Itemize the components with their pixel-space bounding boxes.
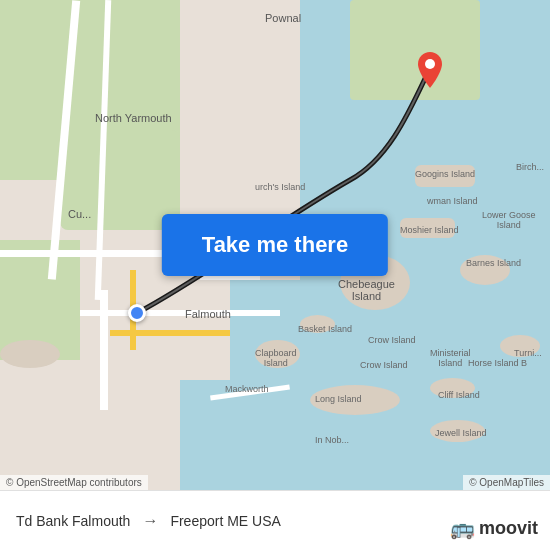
long-island-shape	[310, 385, 400, 415]
road-vert-3	[100, 290, 108, 410]
svg-point-0	[425, 59, 435, 69]
to-location: Freeport ME USA	[170, 513, 280, 529]
googins-island-shape	[415, 165, 475, 187]
road-yellow-2	[110, 330, 230, 336]
moshier-island-shape	[400, 218, 455, 238]
start-marker	[128, 304, 146, 322]
forest-west	[60, 130, 180, 230]
basket-island-shape	[300, 315, 335, 333]
end-marker	[418, 52, 442, 84]
barnes-island-shape	[460, 255, 510, 285]
road-horizontal-2	[80, 310, 280, 316]
take-me-there-button[interactable]: Take me there	[162, 214, 388, 276]
clapboard-island-shape	[255, 340, 300, 368]
horse-island-shape	[500, 335, 540, 357]
moovit-brand-text: moovit	[479, 518, 538, 539]
attribution-text-2: © OpenMapTiles	[463, 475, 550, 490]
forest-northeast	[350, 0, 480, 100]
jewell-island-shape	[430, 420, 485, 442]
bottom-bar: Td Bank Falmouth → Freeport ME USA 🚌 moo…	[0, 490, 550, 550]
cliff-island-shape	[430, 378, 475, 398]
ministerial-island-shape	[0, 340, 60, 368]
moovit-bus-icon: 🚌	[450, 516, 475, 540]
moovit-logo: 🚌 moovit	[450, 516, 538, 540]
from-location: Td Bank Falmouth	[16, 513, 130, 529]
attribution-text: © OpenStreetMap contributors	[0, 475, 148, 490]
map-container: Pownal North Yarmouth Falmouth Chebeague…	[0, 0, 550, 490]
direction-arrow-icon: →	[142, 512, 158, 530]
